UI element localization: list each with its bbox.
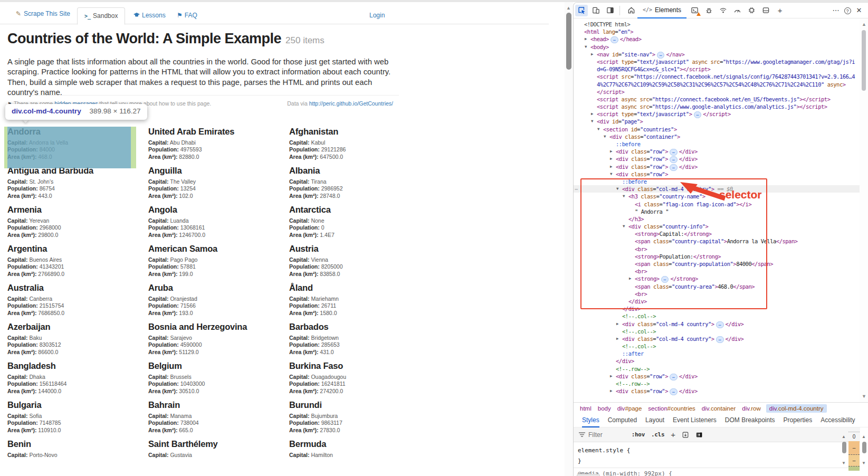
console-icon[interactable]	[688, 5, 701, 16]
expand-arrow-icon[interactable]: ▼	[591, 118, 594, 125]
breadcrumb-item[interactable]: section#countries	[648, 405, 695, 412]
breadcrumb-item[interactable]: div#page	[617, 405, 642, 412]
scrollbar-up-arrow[interactable]: ▲	[862, 22, 866, 27]
class-toggle[interactable]: .cls	[651, 431, 664, 438]
dom-tree-line[interactable]: ▼<body>	[574, 43, 860, 51]
dom-tree-line[interactable]: ▶<script type="text/javascript">…</scrip…	[574, 110, 860, 118]
panel-tab-accessibility[interactable]: Accessibility	[821, 414, 855, 427]
expand-arrow-icon[interactable]: ▶	[610, 155, 613, 163]
expand-arrow-icon[interactable]: ▶	[616, 335, 619, 342]
dom-tree-line[interactable]: ▶<div class="col-md-4 country">…</div>	[574, 335, 860, 342]
dom-tree-line[interactable]: <span class="country-population">84000</…	[574, 260, 860, 268]
dom-tree-line[interactable]: ▼<div class="row">	[574, 170, 860, 178]
dom-tree-line[interactable]: </div>	[574, 298, 860, 305]
collapsed-content-icon[interactable]: …	[657, 52, 665, 59]
computed-sidebar-icon[interactable]	[695, 431, 703, 439]
dom-tree-line[interactable]: <!--.col-->	[574, 342, 860, 350]
dom-tree-line-selected[interactable]: ▼⋯<div class="col-md-4 country"> == $0	[574, 185, 860, 193]
dom-tree-line[interactable]: <br>	[574, 245, 860, 253]
styles-filter-input[interactable]: Filter	[588, 431, 603, 439]
dom-tree-line[interactable]: <!--.row-->	[574, 380, 860, 387]
styles-scrollbar[interactable]: ▲▼	[841, 433, 848, 476]
nav-brand-link[interactable]: ✎Scrape This Site	[16, 10, 70, 17]
dom-tree-line[interactable]: <!DOCTYPE html>	[574, 21, 860, 28]
dom-tree-line[interactable]: ▼<div class="country-info">	[574, 223, 860, 230]
panel-tab-computed[interactable]: Computed	[608, 414, 637, 427]
performance-icon[interactable]	[731, 5, 743, 16]
collapsed-content-icon[interactable]: …	[670, 164, 678, 171]
dom-tree-line[interactable]: <html lang="en">	[574, 28, 860, 35]
dom-tree-line[interactable]: ▶<head>…</head>	[574, 35, 860, 43]
dom-tree-line[interactable]: ▼<h3 class="country-name">	[574, 193, 860, 200]
dom-tree-line[interactable]: ▶<div class="row">…</div>	[574, 155, 860, 163]
expand-arrow-icon[interactable]: ▼	[623, 193, 625, 200]
dom-tree-line[interactable]: <strong>Population:</strong>	[574, 253, 860, 260]
dom-tree-line[interactable]: ▼<section id="countries">	[574, 126, 860, 133]
collapsed-content-icon[interactable]: …	[661, 276, 669, 283]
collapsed-content-icon[interactable]: …	[611, 36, 618, 43]
expand-arrow-icon[interactable]: ▶	[610, 163, 613, 170]
expand-arrow-icon[interactable]: ▶	[610, 373, 613, 380]
dom-tree-line[interactable]: </div>	[574, 357, 860, 365]
dom-tree-line[interactable]: ▼<div class="container">	[574, 133, 860, 140]
collapsed-content-icon[interactable]: …	[670, 156, 678, 163]
dom-tree-line[interactable]: ::before	[574, 178, 860, 185]
scrollbar-up-arrow[interactable]: ▲	[566, 5, 571, 11]
collapsed-content-icon[interactable]: …	[716, 321, 724, 328]
expand-arrow-icon[interactable]: ▶	[591, 110, 594, 118]
dom-tree-line[interactable]: ▶<div class="row">…</div>	[574, 373, 860, 380]
dom-tree-scrollbar[interactable]: ▲ ▼	[860, 18, 868, 402]
expand-arrow-icon[interactable]: ▼	[623, 223, 625, 230]
dom-tree-line[interactable]: ▶<strong>…</strong>	[574, 275, 860, 282]
activity-bar-icon[interactable]	[604, 5, 616, 16]
dom-tree-line[interactable]: d=G-09N5RQCFG4&cx=c&_slc=1"></script>	[574, 65, 860, 73]
dom-tree-line[interactable]: <script async src="https://www.google-an…	[574, 103, 860, 110]
element-state-icon[interactable]	[682, 431, 689, 439]
expand-arrow-icon[interactable]: ▶	[591, 51, 594, 58]
expand-arrow-icon[interactable]: ▼	[597, 126, 600, 133]
dom-tree-line[interactable]: ::after	[574, 350, 860, 357]
dom-tree-line[interactable]: <br>	[574, 268, 860, 275]
network-icon[interactable]	[717, 5, 729, 16]
element-style-rule[interactable]: element.style {	[574, 442, 860, 454]
memory-icon[interactable]	[745, 5, 758, 16]
panel-tab-styles[interactable]: Styles	[582, 414, 599, 427]
dom-tree-line[interactable]: <span class="country-capital">Andorra la…	[574, 237, 860, 245]
new-style-rule-button[interactable]: +	[671, 430, 675, 439]
login-link[interactable]: Login	[369, 12, 385, 19]
dom-tree-line[interactable]: <script async src="https://connect.faceb…	[574, 96, 860, 103]
breadcrumb-item[interactable]: body	[598, 405, 611, 412]
dom-tree-line[interactable]: <!--.col-->	[574, 328, 860, 335]
panel-tab-event-listeners[interactable]: Event Listeners	[673, 414, 717, 427]
page-scrollbar[interactable]: ▲	[565, 2, 573, 476]
breadcrumb-item[interactable]: div.container	[702, 405, 736, 412]
expand-arrow-icon[interactable]: ▶	[610, 387, 613, 395]
dom-tree-line[interactable]: ▶<div class="row">…</div>	[574, 163, 860, 170]
scrollbar-down-arrow[interactable]: ▼	[862, 394, 866, 399]
add-panel-icon[interactable]: +	[774, 5, 786, 16]
dom-tree-line[interactable]: <!--.col-->	[574, 312, 860, 320]
dom-tree-line[interactable]: ▶<div class="col-md-4 country">…</div>	[574, 320, 860, 328]
expand-arrow-icon[interactable]: ▶	[610, 148, 613, 155]
panel-tab-dom-breakpoints[interactable]: DOM Breakpoints	[725, 414, 775, 427]
nav-tab-sandbox[interactable]: >_Sandbox	[77, 7, 125, 25]
dom-tree-line[interactable]: <br>	[574, 290, 860, 298]
dom-tree-line[interactable]: 4%2C77%2C67%2C109%2C59%2C58%2C31%2C96%2C…	[574, 81, 860, 88]
data-source-link[interactable]: http://peric.github.io/GetCountries/	[309, 100, 393, 107]
expand-arrow-icon[interactable]: ▼	[585, 43, 587, 51]
scrollbar-thumb[interactable]	[566, 13, 571, 70]
collapsed-content-icon[interactable]: …	[694, 111, 702, 118]
device-emulation-icon[interactable]	[589, 5, 602, 16]
expand-arrow-icon[interactable]: ▶	[585, 35, 587, 43]
tab-elements[interactable]: </>Elements	[637, 3, 686, 18]
dom-tree-line[interactable]: ▶<div class="row">…</div>	[574, 148, 860, 155]
breadcrumb-item[interactable]: div.row	[742, 405, 761, 412]
expand-arrow-icon[interactable]: ▶	[629, 275, 632, 282]
collapsed-content-icon[interactable]: …	[670, 149, 678, 156]
more-options-icon[interactable]: ⋯	[830, 6, 842, 14]
collapsed-content-icon[interactable]: …	[670, 374, 678, 380]
expand-arrow-icon[interactable]: ▼	[604, 133, 606, 140]
dom-tree-line[interactable]: <strong>Capital:</strong>	[574, 230, 860, 237]
collapsed-content-icon[interactable]: …	[670, 388, 678, 395]
expand-arrow-icon[interactable]: ▼	[610, 170, 613, 178]
